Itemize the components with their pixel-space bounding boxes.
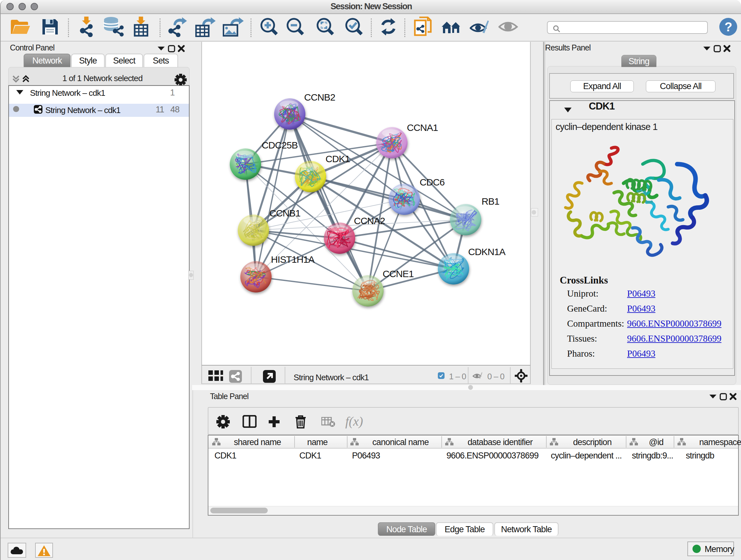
svg-text:CDC6: CDC6: [420, 177, 445, 187]
svg-text:CCNB1: CCNB1: [269, 208, 300, 219]
svg-text:CDKN1A: CDKN1A: [468, 246, 506, 257]
svg-text:CDC25B: CDC25B: [262, 140, 298, 150]
svg-text:RB1: RB1: [482, 196, 499, 206]
svg-text:CCNA1: CCNA1: [407, 122, 438, 133]
svg-text:CCNB2: CCNB2: [304, 92, 335, 103]
svg-text:CCNE1: CCNE1: [383, 268, 414, 279]
svg-text:CCNA2: CCNA2: [354, 215, 385, 226]
svg-text:HIST1H1A: HIST1H1A: [271, 254, 315, 265]
svg-text:CDK1: CDK1: [326, 153, 350, 164]
